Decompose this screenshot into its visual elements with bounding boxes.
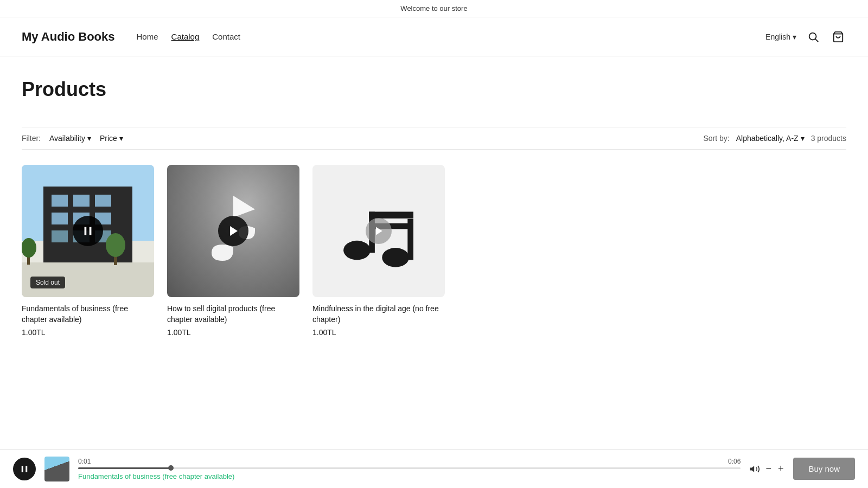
product-price-3: 1.00TL — [312, 328, 445, 337]
sold-out-badge: Sold out — [30, 277, 65, 288]
filter-left: Filter: Availability ▾ Price ▾ — [22, 134, 123, 143]
product-price-1: 1.00TL — [22, 328, 154, 337]
language-label: English — [765, 33, 790, 41]
chevron-down-icon: ▾ — [793, 33, 796, 41]
product-card-2[interactable]: How to sell digital products (free chapt… — [167, 165, 299, 337]
price-chevron-icon: ▾ — [119, 134, 123, 143]
svg-rect-9 — [52, 213, 68, 224]
product-image-2 — [167, 165, 299, 297]
product-price-2: 1.00TL — [167, 328, 299, 337]
sort-value: Alphabetically, A-Z — [736, 134, 799, 143]
product-image-3 — [312, 165, 445, 297]
cart-button[interactable] — [830, 29, 846, 45]
play-button-3[interactable] — [366, 218, 392, 244]
price-filter[interactable]: Price ▾ — [100, 134, 123, 143]
svg-point-17 — [106, 233, 125, 257]
cart-icon — [832, 31, 844, 43]
svg-point-0 — [809, 33, 816, 40]
banner-text: Welcome to our store — [400, 4, 467, 12]
header-left: My Audio Books Home Catalog Contact — [22, 30, 240, 44]
filter-label: Filter: — [22, 134, 41, 143]
search-icon — [807, 31, 819, 43]
sold-out-text: Sold out — [36, 279, 60, 286]
product-card-3[interactable]: Mindfulness in the digital age (no free … — [312, 165, 445, 337]
product-grid: Sold out Fundamentals of business (free … — [22, 165, 846, 337]
svg-rect-7 — [73, 195, 90, 207]
search-button[interactable] — [805, 29, 821, 45]
availability-filter[interactable]: Availability ▾ — [49, 134, 91, 143]
svg-rect-6 — [52, 195, 68, 207]
page-title: Products — [22, 78, 846, 101]
svg-marker-22 — [230, 226, 238, 236]
svg-rect-27 — [369, 211, 413, 218]
language-selector[interactable]: English ▾ — [765, 33, 796, 41]
svg-rect-21 — [90, 227, 92, 235]
filter-row: Filter: Availability ▾ Price ▾ Sort by: … — [22, 127, 846, 150]
play-icon-small — [373, 226, 384, 236]
main-content: Products Filter: Availability ▾ Price ▾ … — [0, 56, 868, 402]
product-image-1: Sold out — [22, 165, 154, 297]
svg-point-25 — [382, 248, 409, 267]
svg-point-19 — [22, 238, 36, 258]
product-name-1: Fundamentals of business (free chapter a… — [22, 304, 154, 325]
site-title[interactable]: My Audio Books — [22, 30, 115, 44]
product-card-1[interactable]: Sold out Fundamentals of business (free … — [22, 165, 154, 337]
nav-home[interactable]: Home — [137, 32, 158, 41]
product-name-3: Mindfulness in the digital age (no free … — [312, 304, 445, 325]
availability-chevron-icon: ▾ — [87, 134, 91, 143]
svg-rect-20 — [85, 227, 87, 235]
sort-chevron-icon: ▾ — [801, 134, 805, 143]
header: My Audio Books Home Catalog Contact Engl… — [0, 17, 868, 56]
filter-right: Sort by: Alphabetically, A-Z ▾ 3 product… — [703, 134, 846, 143]
price-filter-label: Price — [100, 134, 117, 143]
sort-label: Sort by: — [703, 134, 729, 143]
header-right: English ▾ — [765, 29, 846, 45]
play-button-2[interactable] — [218, 216, 248, 246]
product-count: 3 products — [811, 134, 846, 143]
svg-rect-8 — [95, 195, 111, 207]
nav-contact[interactable]: Contact — [212, 32, 240, 41]
play-icon — [227, 224, 240, 237]
nav-catalog[interactable]: Catalog — [171, 32, 200, 41]
pause-icon — [82, 225, 94, 237]
svg-line-1 — [815, 39, 818, 42]
svg-point-23 — [343, 241, 371, 260]
availability-filter-label: Availability — [49, 134, 85, 143]
main-nav: Home Catalog Contact — [137, 32, 240, 41]
svg-marker-29 — [376, 227, 382, 235]
svg-rect-12 — [52, 230, 68, 242]
sort-selector[interactable]: Alphabetically, A-Z ▾ — [736, 134, 805, 143]
product-name-2: How to sell digital products (free chapt… — [167, 304, 299, 325]
pause-button-1[interactable] — [73, 216, 103, 246]
top-banner: Welcome to our store — [0, 0, 868, 17]
